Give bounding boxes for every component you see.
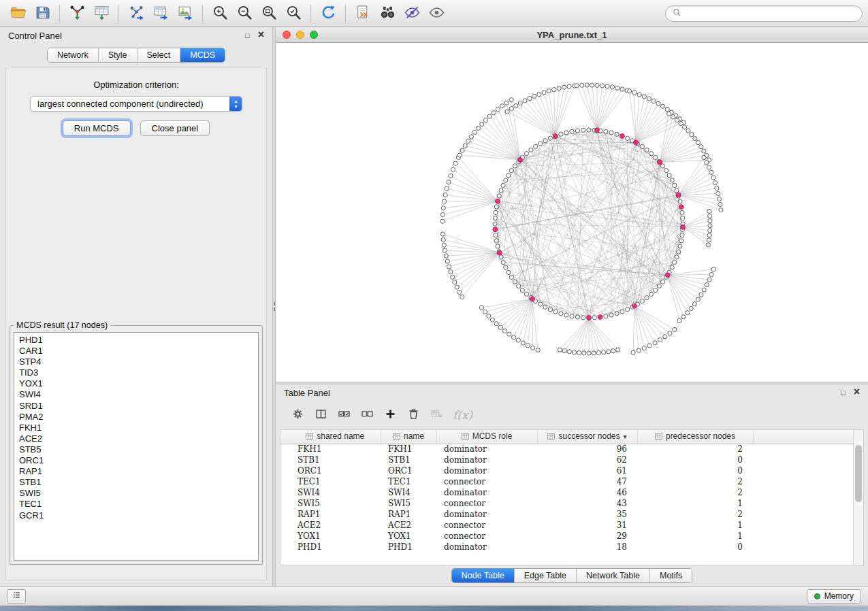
control-panel-header: Control Panel □ ×	[0, 27, 272, 44]
memory-label: Memory	[824, 591, 854, 601]
float-panel-icon[interactable]: □	[841, 389, 846, 397]
scrollbar-thumb[interactable]	[855, 445, 862, 502]
fit-content-button[interactable]	[257, 3, 281, 24]
eye-icon	[428, 4, 445, 23]
delete-column-button[interactable]	[402, 405, 424, 425]
import-table-button[interactable]	[89, 3, 114, 24]
table-cell: SWI4	[381, 487, 436, 498]
export-table-button[interactable]	[148, 3, 173, 24]
table-row[interactable]: SWI4SWI4dominator462	[280, 487, 853, 498]
refresh-button[interactable]	[316, 3, 340, 24]
tab-style[interactable]: Style	[99, 48, 138, 62]
memory-status-icon	[814, 593, 820, 599]
table-cell: YOX1	[290, 531, 381, 542]
node-table-body: FKH1FKH1dominator962STB1STB1dominator620…	[280, 444, 853, 552]
control-panel-tabs: Network Style Select MCDS	[0, 44, 272, 67]
import-network-icon	[69, 4, 86, 23]
tab-network[interactable]: Network	[48, 48, 99, 62]
mcds-result-list[interactable]: PHD1CAR1STP4TID3YOX1SWI4SRD1PMA2FKH1ACE2…	[14, 332, 259, 561]
export-network-button[interactable]	[124, 3, 148, 24]
zoom-selected-button[interactable]	[281, 3, 306, 24]
mcds-result-item: STB1	[19, 477, 253, 488]
table-cell: 2	[637, 444, 753, 455]
column-header-shared-name[interactable]: shared name	[290, 430, 381, 444]
column-header-successor-nodes[interactable]: successor nodes▾	[537, 430, 637, 444]
zoom-out-button[interactable]	[232, 3, 257, 24]
plus-icon	[384, 408, 397, 423]
hide-selected-button[interactable]	[400, 3, 424, 24]
table-settings-button[interactable]	[287, 405, 308, 425]
memory-button[interactable]: Memory	[807, 589, 861, 604]
tab-network-table[interactable]: Network Table	[577, 569, 650, 582]
table-cell: 31	[537, 520, 637, 531]
function-builder-button[interactable]: f(x)	[449, 408, 477, 422]
table-cell: 18	[537, 542, 637, 552]
mcds-result-item: STP4	[19, 357, 253, 367]
window-close-icon[interactable]	[283, 31, 291, 39]
table-row[interactable]: YOX1YOX1connector291	[280, 531, 853, 542]
network-canvas[interactable]	[276, 43, 868, 382]
table-cell: 35	[537, 509, 637, 520]
table-row[interactable]: PHD1PHD1dominator180	[280, 542, 853, 552]
close-panel-icon[interactable]: ×	[258, 29, 264, 40]
node-table: shared name name MCDS role successor nod…	[280, 430, 853, 552]
search-input[interactable]	[686, 7, 855, 19]
tab-mcds[interactable]: MCDS	[180, 48, 225, 62]
table-scrollbar[interactable]	[853, 430, 863, 565]
add-column-button[interactable]	[379, 405, 401, 425]
window-minimize-icon[interactable]	[296, 31, 304, 39]
toolbar-separator	[118, 5, 119, 22]
share-network-button[interactable]	[351, 3, 375, 24]
tab-select[interactable]: Select	[138, 48, 181, 62]
show-all-button[interactable]	[424, 3, 449, 24]
tab-motifs[interactable]: Motifs	[650, 569, 692, 582]
main-area: Control Panel □ × Network Style Select M…	[0, 27, 868, 586]
show-columns-button[interactable]	[310, 405, 332, 425]
select-all-button[interactable]	[333, 405, 355, 425]
deselect-all-button[interactable]	[356, 405, 378, 425]
mcds-result-item: FKH1	[19, 423, 253, 433]
table-cell: dominator	[436, 444, 537, 455]
vertical-splitter[interactable]	[272, 27, 276, 586]
zoom-in-icon	[212, 4, 229, 23]
close-panel-icon[interactable]: ×	[854, 386, 860, 397]
open-button[interactable]	[5, 3, 30, 24]
table-cell: YOX1	[381, 531, 436, 542]
delete-table-button[interactable]	[425, 405, 447, 425]
table-row[interactable]: ORC1ORC1dominator610	[280, 465, 853, 476]
column-header-mcds-role[interactable]: MCDS role	[436, 430, 537, 444]
sort-desc-icon[interactable]: ▾	[624, 433, 627, 440]
search-network-button[interactable]	[375, 3, 400, 24]
zoom-fit-icon	[261, 4, 278, 23]
task-history-button[interactable]	[7, 589, 26, 604]
desktop-background	[0, 606, 868, 611]
table-row[interactable]: RAP1RAP1dominator352	[280, 509, 853, 520]
table-row[interactable]: FKH1FKH1dominator962	[280, 444, 853, 455]
table-cell: 0	[637, 455, 753, 465]
column-header-predecessor-nodes[interactable]: predecessor nodes	[637, 430, 753, 444]
criterion-select[interactable]: largest connected component (undirected)…	[30, 96, 242, 112]
tab-node-table[interactable]: Node Table	[452, 569, 515, 582]
export-image-button[interactable]	[173, 3, 197, 24]
mcds-result-item: SRD1	[19, 401, 253, 412]
close-panel-button[interactable]: Close panel	[140, 120, 210, 136]
mcds-result-item: TEC1	[19, 499, 253, 510]
table-row[interactable]: SWI5SWI5connector431	[280, 498, 853, 509]
select-stepper-icon: ▲▼	[229, 96, 242, 112]
column-header-name[interactable]: name	[381, 430, 436, 444]
optimization-criterion-label: Optimization criterion:	[93, 80, 179, 90]
table-row[interactable]: ACE2ACE2connector311	[280, 520, 853, 531]
network-graph[interactable]	[276, 43, 868, 382]
table-cell: FKH1	[290, 444, 381, 455]
import-network-button[interactable]	[65, 3, 89, 24]
tab-edge-table[interactable]: Edge Table	[515, 569, 577, 582]
gear-icon	[291, 408, 304, 423]
save-button[interactable]	[30, 3, 54, 24]
table-cell: 61	[537, 465, 637, 476]
window-maximize-icon[interactable]	[310, 31, 318, 39]
float-panel-icon[interactable]: □	[245, 32, 250, 39]
table-row[interactable]: TEC1TEC1connector472	[280, 476, 853, 487]
run-mcds-button[interactable]: Run MCDS	[63, 120, 131, 136]
zoom-in-button[interactable]	[208, 3, 232, 24]
table-row[interactable]: STB1STB1dominator620	[280, 455, 853, 465]
